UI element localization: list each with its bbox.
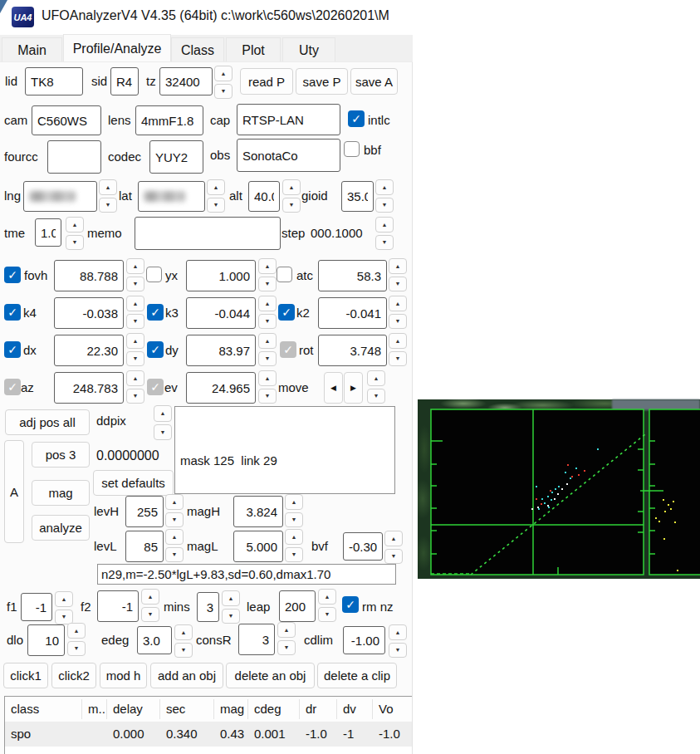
intlc-checkbox[interactable]: ✓ [348, 110, 365, 127]
spinner-down-icon[interactable]: ▼ [126, 277, 144, 292]
memo-input[interactable] [135, 217, 281, 250]
az-input[interactable] [54, 372, 124, 404]
spinner-down-icon[interactable]: ▼ [66, 235, 84, 251]
spinner-down-icon[interactable]: ▼ [389, 277, 407, 292]
tab-uty[interactable]: Uty [282, 37, 335, 61]
move-right-icon[interactable]: ▶ [344, 372, 363, 404]
levl-input[interactable] [125, 531, 164, 562]
lat-input-redacted[interactable] [138, 181, 205, 212]
levh-input[interactable] [125, 496, 164, 527]
atc-input[interactable] [318, 260, 387, 291]
spinner-down-icon[interactable]: ▼ [207, 198, 225, 213]
col-mag[interactable]: mag [214, 699, 248, 719]
spinner-up-icon[interactable]: ▲ [375, 217, 394, 233]
tab-main[interactable]: Main [2, 37, 62, 61]
spinner-up-icon[interactable]: ▲ [282, 179, 301, 195]
analysis-image[interactable] [418, 399, 700, 579]
analyze-button[interactable]: analyze [32, 515, 90, 541]
read-p-button[interactable]: read P [240, 68, 293, 95]
spinner-up-icon[interactable]: ▲ [126, 258, 144, 274]
col-sec[interactable]: sec [160, 699, 214, 719]
add-an-obj-button[interactable]: add an obj [150, 663, 223, 688]
spinner-down-icon[interactable]: ▼ [165, 512, 184, 528]
spinner-down-icon[interactable]: ▼ [375, 235, 394, 251]
title-bar[interactable]: UA4 UFOAnalyzerV4 V4.35 (64bit) c:\work\… [0, 0, 700, 35]
fovh-checkbox[interactable]: ✓ [4, 267, 21, 283]
dy-checkbox[interactable]: ✓ [147, 341, 164, 358]
dx-input[interactable] [54, 335, 124, 366]
spinner-up-icon[interactable]: ▲ [258, 296, 277, 311]
cdlim-input[interactable] [343, 626, 385, 654]
spinner-up-icon[interactable]: ▲ [126, 296, 144, 311]
spinner-down-icon[interactable]: ▼ [141, 607, 159, 623]
codec-input[interactable] [149, 140, 203, 174]
spinner-down-icon[interactable]: ▼ [375, 198, 394, 213]
ev-input[interactable] [186, 372, 256, 404]
spinner-up-icon[interactable]: ▲ [126, 370, 144, 386]
spinner-down-icon[interactable]: ▼ [165, 547, 184, 563]
spinner-up-icon[interactable]: ▲ [67, 623, 86, 639]
spinner-up-icon[interactable]: ▲ [222, 590, 240, 606]
delete-a-clip-button[interactable]: delete a clip [317, 663, 397, 688]
lens-input[interactable] [135, 105, 203, 135]
k4-checkbox[interactable]: ✓ [4, 304, 21, 321]
dx-checkbox[interactable]: ✓ [4, 341, 21, 358]
col-cdeg[interactable]: cdeg [248, 699, 300, 719]
k2-input[interactable] [318, 297, 387, 329]
col-dv[interactable]: dv [337, 699, 373, 719]
spinner-up-icon[interactable]: ▲ [66, 217, 84, 233]
click1-button[interactable]: click1 [3, 663, 48, 688]
consr-input[interactable] [238, 624, 275, 655]
cam-input[interactable] [32, 105, 101, 135]
spinner-up-icon[interactable]: ▲ [375, 179, 394, 195]
leap-input[interactable] [279, 590, 316, 622]
spinner-up-icon[interactable]: ▲ [389, 296, 407, 311]
spinner-down-icon[interactable]: ▼ [174, 643, 193, 659]
spinner-up-icon[interactable]: ▲ [126, 333, 144, 349]
spinner-down-icon[interactable]: ▼ [389, 643, 407, 659]
k4-input[interactable] [54, 297, 124, 329]
spinner-down-icon[interactable]: ▼ [258, 351, 277, 367]
spinner-up-icon[interactable]: ▲ [207, 179, 225, 195]
k3-input[interactable] [186, 297, 256, 329]
spinner-up-icon[interactable]: ▲ [285, 529, 303, 545]
fovh-input[interactable] [54, 260, 124, 291]
mod-h-button[interactable]: mod h [100, 663, 147, 688]
atc-checkbox[interactable] [277, 267, 292, 282]
yx-input[interactable] [186, 260, 256, 291]
spinner-up-icon[interactable]: ▲ [389, 624, 407, 640]
tme-input[interactable] [35, 218, 61, 247]
a-mode-button[interactable]: A [4, 440, 24, 543]
spinner-down-icon[interactable]: ▼ [282, 198, 301, 213]
cap-input[interactable] [237, 104, 340, 135]
col-m[interactable]: m.. [82, 699, 107, 719]
sid-input[interactable] [110, 67, 139, 95]
spinner-up-icon[interactable]: ▲ [165, 529, 184, 545]
spinner-down-icon[interactable]: ▼ [285, 547, 303, 563]
col-vo[interactable]: Vo [373, 699, 412, 719]
delete-an-obj-button[interactable]: delete an obj [226, 663, 315, 688]
spinner-up-icon[interactable]: ▲ [285, 494, 303, 510]
tab-profile-analyze[interactable]: Profile/Analyze [63, 34, 171, 61]
spinner-down-icon[interactable]: ▼ [258, 277, 277, 292]
spinner-down-icon[interactable]: ▼ [222, 609, 240, 624]
save-a-button[interactable]: save A [350, 68, 398, 95]
col-delay[interactable]: delay [107, 699, 160, 719]
table-row[interactable]: spo 0.000 0.340 0.43 0.001 -1.0 -1 -1.0 [5, 722, 412, 747]
spinner-down-icon[interactable]: ▼ [258, 314, 277, 330]
set-defaults-button[interactable]: set defaults [93, 470, 174, 496]
spinner-down-icon[interactable]: ▼ [277, 640, 296, 656]
save-p-button[interactable]: save P [296, 68, 348, 95]
rm-nz-checkbox[interactable]: ✓ [342, 596, 359, 613]
f1-input[interactable] [21, 593, 52, 621]
spinner-up-icon[interactable]: ▲ [214, 66, 233, 81]
spinner-down-icon[interactable]: ▼ [258, 389, 277, 404]
k3-checkbox[interactable]: ✓ [147, 304, 164, 321]
tab-class[interactable]: Class [171, 37, 224, 61]
rot-input[interactable] [318, 335, 387, 366]
click2-button[interactable]: click2 [51, 663, 96, 688]
mag-button[interactable]: mag [32, 480, 90, 506]
obs-input[interactable] [237, 139, 340, 172]
spinner-up-icon[interactable]: ▲ [154, 405, 172, 422]
magh-input[interactable] [233, 496, 283, 527]
